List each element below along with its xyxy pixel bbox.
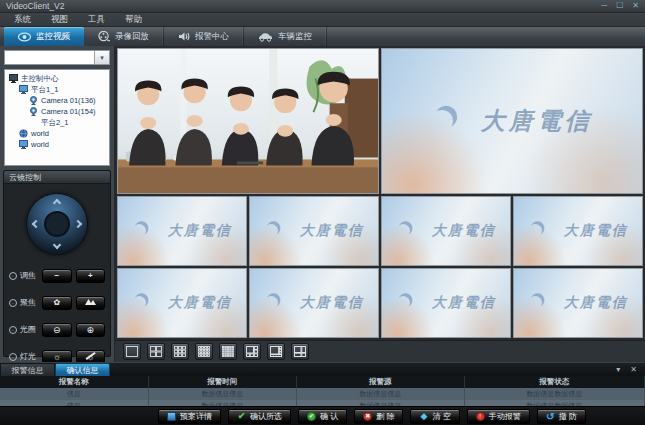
ptz-row-光圈: ◦光圈⊖⊕ xyxy=(4,316,110,343)
watermark-text: 大唐電信 xyxy=(432,222,496,240)
camera-icon xyxy=(29,97,38,105)
ptz-panel: 云镜控制 ◦调焦−+◦聚焦✿◦光圈⊖⊕◦灯光☼☼ xyxy=(3,170,111,357)
action-button-label: 手动报警 xyxy=(489,411,521,422)
ptz-right-arrow[interactable] xyxy=(74,220,82,228)
layout-1-5-button[interactable] xyxy=(243,343,261,360)
确认所选-button[interactable]: ✔确认所选 xyxy=(228,409,291,424)
layout-9-button[interactable] xyxy=(171,343,189,360)
tree-item-label: Camera 01(136) xyxy=(41,96,96,105)
确认-button[interactable]: ✔确 认 xyxy=(298,409,347,424)
plus-button[interactable]: + xyxy=(76,269,106,283)
menu-item-2[interactable]: 工具 xyxy=(78,14,115,26)
ptz-direction-pad[interactable] xyxy=(26,193,88,255)
video-pane-3[interactable]: DTT大唐電信 xyxy=(117,196,247,266)
撤防-button[interactable]: ↺撤 防 xyxy=(537,409,586,424)
collapse-icon[interactable]: ▾ xyxy=(616,366,620,374)
tree-item-world[interactable]: world xyxy=(7,128,107,139)
focus-far-button[interactable] xyxy=(76,296,106,310)
menu-item-3[interactable]: 帮助 xyxy=(115,14,152,26)
datang-watermark: DTT大唐電信 xyxy=(118,269,246,337)
alarm-table-row[interactable]: 信息数据信息信息数据信息信息数据信息数据信息 xyxy=(0,388,645,400)
action-button-label: 撤 防 xyxy=(559,411,577,422)
action-button-label: 预案详情 xyxy=(180,411,212,422)
layout-16-button[interactable] xyxy=(195,343,213,360)
crescent-logo-icon xyxy=(395,295,412,312)
menu-item-0[interactable]: 系统 xyxy=(4,14,41,26)
video-pane-2[interactable]: DTT大唐電信 xyxy=(381,48,643,194)
alarm-tab-bar: 报警信息确认信息▾✕ xyxy=(0,362,645,376)
datang-watermark: DTT大唐電信 xyxy=(118,197,246,265)
ptz-row-bullet-icon: ◦ xyxy=(9,326,17,334)
monitor-dark-icon xyxy=(9,75,18,83)
tree-item-平台2_1[interactable]: 平台2_1 xyxy=(7,117,107,128)
datang-watermark: DTT大唐電信 xyxy=(514,197,642,265)
iris-plus-button[interactable]: ⊕ xyxy=(76,323,106,337)
清空-button[interactable]: ◆清 空 xyxy=(410,409,459,424)
watermark-text: 大唐電信 xyxy=(564,222,628,240)
video-pane-4[interactable]: DTT大唐電信 xyxy=(249,196,379,266)
maximize-icon[interactable]: ☐ xyxy=(616,2,623,10)
clear-icon: ◆ xyxy=(419,412,428,421)
tree-item-平台1_1[interactable]: 平台1_1 xyxy=(7,84,107,95)
layout-6-button[interactable] xyxy=(291,343,309,360)
datang-watermark: DTT大唐電信 xyxy=(382,49,642,193)
tree-item-world[interactable]: world xyxy=(7,139,107,150)
手动报警-button[interactable]: !手动报警 xyxy=(467,409,530,424)
plan-icon xyxy=(167,412,176,421)
tree-item-Camera 01(136)[interactable]: Camera 01(136) xyxy=(7,95,107,106)
action-button-label: 确认所选 xyxy=(250,411,282,422)
layout-1-7-button[interactable] xyxy=(267,343,285,360)
nav-tab-bar: 监控视频录像回放报警中心车辆监控 xyxy=(0,27,645,46)
nav-tab-监控视频[interactable]: 监控视频 xyxy=(4,27,84,46)
focus-near-button[interactable]: ✿ xyxy=(42,296,72,310)
ptz-controls: ◦调焦−+◦聚焦✿◦光圈⊖⊕◦灯光☼☼ xyxy=(4,262,110,370)
minus-button[interactable]: − xyxy=(42,269,72,283)
nav-tab-车辆监控[interactable]: 车辆监控 xyxy=(244,27,327,46)
nav-tab-录像回放[interactable]: 录像回放 xyxy=(84,27,164,46)
speaker-icon xyxy=(178,31,190,42)
ptz-row-bullet-icon: ◦ xyxy=(9,272,17,280)
nav-tab-label: 监控视频 xyxy=(36,31,70,43)
video-pane-7[interactable]: DTT大唐電信 xyxy=(117,268,247,338)
ptz-center-knob[interactable] xyxy=(44,211,70,237)
alarm-cell: 信息 xyxy=(0,388,148,400)
nav-tab-报警中心[interactable]: 报警中心 xyxy=(164,27,244,46)
sidebar: ▾ 主控制中心平台1_1Camera 01(136)Camera 01(154)… xyxy=(0,46,115,362)
alarm-column-报警状态: 报警状态 xyxy=(464,376,644,388)
video-pane-5[interactable]: DTT大唐電信 xyxy=(381,196,511,266)
crescent-logo-icon xyxy=(527,295,544,312)
video-pane-1[interactable] xyxy=(117,48,379,194)
close-icon[interactable]: ✕ xyxy=(632,2,639,10)
confirm-icon: ✔ xyxy=(307,412,316,421)
layout-25-button[interactable] xyxy=(219,343,237,360)
chevron-down-icon[interactable]: ▾ xyxy=(94,51,109,64)
ptz-up-arrow[interactable] xyxy=(53,199,61,207)
删除-button[interactable]: ✖删 除 xyxy=(354,409,403,424)
watermark-text: 大唐電信 xyxy=(168,294,232,312)
video-pane-10[interactable]: DTT大唐電信 xyxy=(513,268,643,338)
close-icon[interactable]: ✕ xyxy=(630,366,637,374)
layout-1-button[interactable] xyxy=(123,343,141,360)
预案详情-button[interactable]: 预案详情 xyxy=(158,409,221,424)
minimize-icon[interactable]: ─ xyxy=(601,2,607,10)
device-selector[interactable]: ▾ xyxy=(4,50,110,65)
menu-item-1[interactable]: 视图 xyxy=(41,14,78,26)
disarm-icon: ↺ xyxy=(546,412,555,421)
tree-item-Camera 01(154)[interactable]: Camera 01(154) xyxy=(7,106,107,117)
ptz-left-arrow[interactable] xyxy=(32,220,40,228)
alarm-tab-报警信息[interactable]: 报警信息 xyxy=(0,363,55,376)
alarm-tab-确认信息[interactable]: 确认信息 xyxy=(55,363,110,376)
video-pane-9[interactable]: DTT大唐電信 xyxy=(381,268,511,338)
ptz-down-arrow[interactable] xyxy=(53,241,61,249)
crescent-logo-icon xyxy=(131,295,148,312)
layout-4-button[interactable] xyxy=(147,343,165,360)
video-pane-8[interactable]: DTT大唐電信 xyxy=(249,268,379,338)
alarm-table-header-row: 报警名称报警时间报警源报警状态 xyxy=(0,376,645,388)
tree-item-主控制中心[interactable]: 主控制中心 xyxy=(7,73,107,84)
nav-tab-label: 车辆监控 xyxy=(278,31,312,43)
video-pane-6[interactable]: DTT大唐電信 xyxy=(513,196,643,266)
ptz-row-label: ◦光圈 xyxy=(9,324,38,335)
tree-item-label: world xyxy=(31,140,49,149)
iris-minus-button[interactable]: ⊖ xyxy=(42,323,72,337)
main-area: ▾ 主控制中心平台1_1Camera 01(136)Camera 01(154)… xyxy=(0,46,645,362)
